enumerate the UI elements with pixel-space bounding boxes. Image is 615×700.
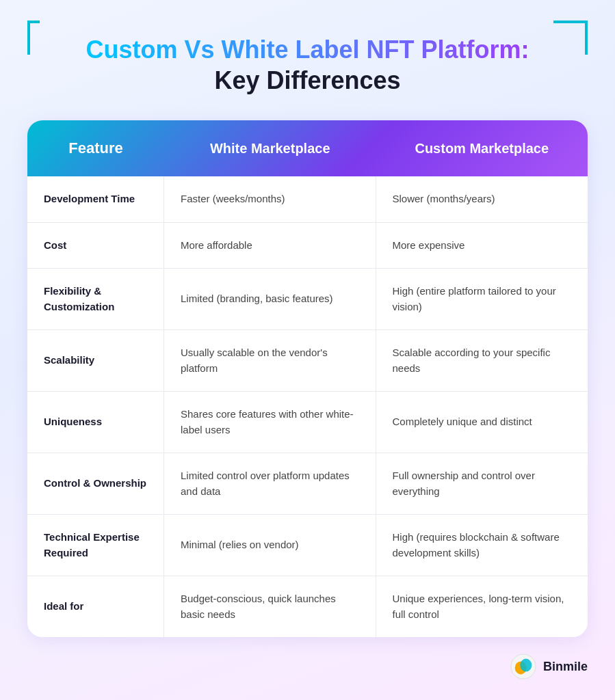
cell-white-3: Usually scalable on the vendor's platfor… xyxy=(164,330,376,391)
logo-text: Binmile xyxy=(543,660,588,674)
cell-custom-1: More expensive xyxy=(376,223,588,269)
cell-white-4: Shares core features with other white-la… xyxy=(164,392,376,453)
cell-custom-4: Completely unique and distinct xyxy=(376,392,588,453)
cell-feature-2: Flexibility & Customization xyxy=(27,269,164,329)
table-body: Development TimeFaster (weeks/months)Slo… xyxy=(27,176,588,637)
logo-section: Binmile xyxy=(510,654,588,679)
cell-white-2: Limited (branding, basic features) xyxy=(164,269,376,329)
cell-feature-5: Control & Ownership xyxy=(27,453,164,514)
cell-custom-3: Scalable according to your specific need… xyxy=(376,330,588,391)
table-row: Flexibility & CustomizationLimited (bran… xyxy=(27,269,588,330)
cell-feature-6: Technical Expertise Required xyxy=(27,515,164,576)
cell-feature-3: Scalability xyxy=(27,330,164,391)
table-row: CostMore affordableMore expensive xyxy=(27,223,588,269)
table-row: Development TimeFaster (weeks/months)Slo… xyxy=(27,176,588,223)
cell-feature-0: Development Time xyxy=(27,176,164,222)
table-row: Control & OwnershipLimited control over … xyxy=(27,453,588,515)
cell-white-6: Minimal (relies on vendor) xyxy=(164,515,376,576)
cell-feature-1: Cost xyxy=(27,223,164,269)
cell-feature-7: Ideal for xyxy=(27,576,164,637)
cell-white-7: Budget-conscious, quick launches basic n… xyxy=(164,576,376,637)
title-highlight: Custom Vs White Label NFT Platform: xyxy=(86,36,529,64)
cell-custom-2: High (entire platform tailored to your v… xyxy=(376,269,588,329)
table-row: Ideal forBudget-conscious, quick launche… xyxy=(27,576,588,637)
svg-point-2 xyxy=(520,659,532,672)
table-header: Feature White Marketplace Custom Marketp… xyxy=(27,120,588,176)
corner-accent-top-left xyxy=(27,21,40,55)
cell-custom-6: High (requires blockchain & software dev… xyxy=(376,515,588,576)
binmile-logo-icon xyxy=(510,654,536,679)
cell-custom-0: Slower (months/years) xyxy=(376,176,588,222)
cell-custom-7: Unique experiences, long-term vision, fu… xyxy=(376,576,588,637)
title-subtitle: Key Differences xyxy=(214,66,400,94)
table-row: UniquenessShares core features with othe… xyxy=(27,392,588,453)
cell-custom-5: Full ownership and control over everythi… xyxy=(376,453,588,514)
cell-feature-4: Uniqueness xyxy=(27,392,164,453)
page-title: Custom Vs White Label NFT Platform: Key … xyxy=(86,34,529,96)
cell-white-0: Faster (weeks/months) xyxy=(164,176,376,222)
comparison-table: Feature White Marketplace Custom Marketp… xyxy=(27,120,588,637)
header-custom: Custom Marketplace xyxy=(376,120,588,176)
table-row: ScalabilityUsually scalable on the vendo… xyxy=(27,330,588,392)
corner-accent-top-right xyxy=(553,21,588,55)
cell-white-1: More affordable xyxy=(164,223,376,269)
header-white: White Marketplace xyxy=(164,120,376,176)
cell-white-5: Limited control over platform updates an… xyxy=(164,453,376,514)
header-feature: Feature xyxy=(27,120,164,176)
title-section: Custom Vs White Label NFT Platform: Key … xyxy=(86,34,529,96)
table-row: Technical Expertise RequiredMinimal (rel… xyxy=(27,515,588,576)
